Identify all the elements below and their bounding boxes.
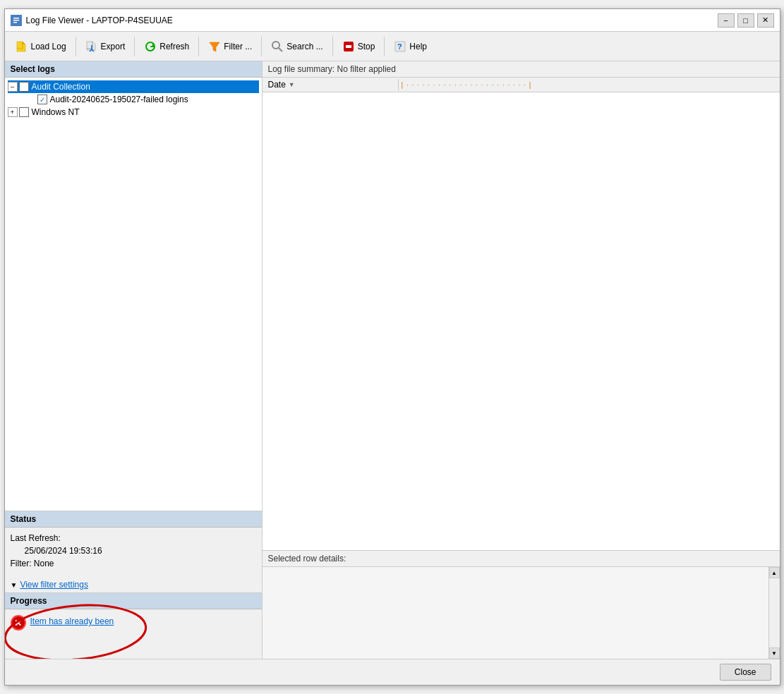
tree-checkbox-windows[interactable] <box>19 107 29 117</box>
status-section: Status Last Refresh: 25/06/2024 19:53:16… <box>5 511 262 592</box>
tree-item-windows-nt[interactable]: + Windows NT <box>8 106 259 118</box>
toolbar-sep-2 <box>134 37 135 56</box>
search-button[interactable]: Search ... <box>265 37 329 56</box>
help-button[interactable]: ? Help <box>387 37 433 56</box>
tree-label-audit-log: Audit-20240625-195027-failed logins <box>50 95 188 104</box>
tree-expand-windows[interactable]: + <box>8 107 18 117</box>
scrollbar-up-btn[interactable]: ▲ <box>769 567 780 578</box>
load-log-icon <box>16 40 28 53</box>
toolbar-sep-5 <box>332 37 333 56</box>
right-panel: Log file summary: No filter applied Date… <box>263 61 780 659</box>
refresh-label: Refresh <box>159 42 189 51</box>
filter-icon <box>208 40 221 53</box>
left-panel: Select logs – ✓ Audit Collection ✓ Audit… <box>5 61 263 659</box>
selected-row-scrollbar[interactable]: ▲ ▼ <box>768 567 780 659</box>
status-body: Last Refresh: 25/06/2024 19:53:16 Filter… <box>5 528 262 577</box>
select-logs-header: Select logs <box>5 61 262 78</box>
sort-arrow-icon: ▼ <box>289 81 295 88</box>
search-label: Search ... <box>287 42 322 51</box>
load-log-label: Load Log <box>31 42 66 51</box>
view-filter-row: ▼ View filter settings <box>5 577 262 592</box>
toolbar: Load Log Export R <box>5 32 780 61</box>
filter-button[interactable]: Filter ... <box>202 37 258 56</box>
export-icon <box>85 40 98 53</box>
window-controls: − □ ✕ <box>718 13 774 28</box>
col-dots-1: | · · · · · · · · · · · · · · · · · · · … <box>402 81 532 89</box>
load-log-button[interactable]: Load Log <box>9 37 73 56</box>
filter-arrow-icon: ▼ <box>11 581 18 589</box>
stop-icon <box>342 40 355 53</box>
svg-text:?: ? <box>397 42 402 51</box>
col-divider-1 <box>398 79 399 90</box>
date-column-header: Date ▼ <box>268 80 395 90</box>
svg-point-12 <box>272 42 279 49</box>
progress-error-text[interactable]: Item has already been <box>30 616 114 626</box>
view-filter-link[interactable]: View filter settings <box>20 580 88 590</box>
svg-marker-11 <box>210 42 219 51</box>
tree-checkbox-audit[interactable]: ✓ <box>19 82 29 92</box>
tree-area[interactable]: – ✓ Audit Collection ✓ Audit-20240625-19… <box>5 78 262 511</box>
last-refresh-label: Last Refresh: <box>11 533 256 543</box>
error-icon: ✕ <box>11 615 26 631</box>
toolbar-sep-4 <box>261 37 262 56</box>
minimize-button[interactable]: − <box>718 13 735 28</box>
toolbar-sep-3 <box>198 37 199 56</box>
search-icon <box>271 40 284 53</box>
close-button[interactable]: Close <box>720 664 771 681</box>
stop-label: Stop <box>358 42 375 51</box>
refresh-icon <box>144 40 157 53</box>
title-bar-left: Log File Viewer - LAPTOP-P4SEUUAE <box>11 15 173 26</box>
svg-rect-4 <box>17 42 23 49</box>
svg-line-13 <box>279 48 282 51</box>
tree-checkbox-audit-log[interactable]: ✓ <box>37 95 47 104</box>
app-icon <box>11 15 22 26</box>
stop-button[interactable]: Stop <box>336 37 382 56</box>
filter-status: Filter: None <box>11 559 256 568</box>
selected-row-header: Selected row details: <box>263 550 780 567</box>
window-title: Log File Viewer - LAPTOP-P4SEUUAE <box>26 16 173 25</box>
help-icon: ? <box>394 40 406 53</box>
log-summary-bar: Log file summary: No filter applied <box>263 61 780 78</box>
svg-rect-1 <box>13 18 19 19</box>
maximize-button[interactable]: □ <box>737 13 754 28</box>
progress-item: ✕ Item has already been <box>11 615 256 631</box>
log-body[interactable] <box>263 92 780 550</box>
scrollbar-down-btn[interactable]: ▼ <box>769 647 780 659</box>
main-window: Log File Viewer - LAPTOP-P4SEUUAE − □ ✕ … <box>4 8 780 686</box>
log-table-header: Date ▼ | · · · · · · · · · · · · · · · ·… <box>263 78 780 92</box>
svg-marker-6 <box>23 42 25 44</box>
export-label: Export <box>101 42 126 51</box>
tree-expand-audit[interactable]: – <box>8 82 18 92</box>
tree-item-audit-collection[interactable]: – ✓ Audit Collection <box>8 80 259 93</box>
main-content: Select logs – ✓ Audit Collection ✓ Audit… <box>5 61 780 659</box>
scrollbar-track <box>769 578 780 647</box>
tree-label-windows: Windows NT <box>32 107 80 117</box>
filter-label: Filter ... <box>224 42 252 51</box>
toolbar-sep-6 <box>384 37 385 56</box>
svg-rect-2 <box>13 20 19 21</box>
toolbar-sep-1 <box>76 37 76 56</box>
title-bar: Log File Viewer - LAPTOP-P4SEUUAE − □ ✕ <box>5 9 780 32</box>
close-window-button[interactable]: ✕ <box>757 13 774 28</box>
progress-body: ✕ Item has already been <box>5 609 262 659</box>
export-button[interactable]: Export <box>79 37 132 56</box>
status-header: Status <box>5 511 262 528</box>
tree-label-audit: Audit Collection <box>32 82 90 92</box>
tree-item-audit-log[interactable]: ✓ Audit-20240625-195027-failed logins <box>8 93 259 106</box>
svg-rect-3 <box>13 22 17 23</box>
date-column-label: Date <box>268 80 286 90</box>
last-refresh-value: 25/06/2024 19:53:16 <box>25 546 256 556</box>
progress-header: Progress <box>5 593 262 609</box>
svg-rect-15 <box>346 45 351 48</box>
help-label: Help <box>409 42 427 51</box>
selected-row-body: ▲ ▼ <box>263 567 780 659</box>
progress-section: Progress ✕ Item has already been <box>5 592 262 659</box>
refresh-button[interactable]: Refresh <box>138 37 195 56</box>
footer-bar: Close <box>5 659 780 685</box>
